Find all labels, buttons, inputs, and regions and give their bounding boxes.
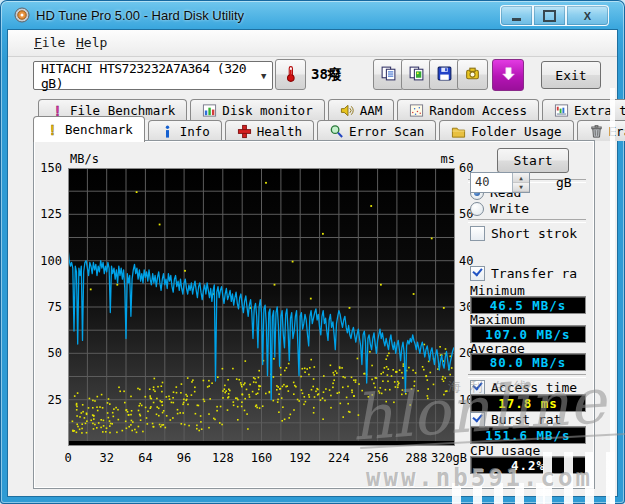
burst-rate-value: 151.6 MB/s xyxy=(470,426,586,444)
tab-disk-monitor[interactable]: Disk monitor xyxy=(190,99,324,120)
drive-select-value: HITACHI HTS723232A7A364 (320 gB) xyxy=(34,61,256,91)
burst-rate-row[interactable]: Burst rat xyxy=(470,412,561,427)
menu-help[interactable]: Help xyxy=(76,35,107,50)
maximize-button[interactable] xyxy=(533,5,566,26)
exit-button[interactable]: Exit xyxy=(541,61,601,89)
aam-icon xyxy=(340,103,355,118)
transfer-rate-checkbox[interactable] xyxy=(470,266,485,281)
maximize-icon xyxy=(543,10,556,22)
benchmark-chart xyxy=(68,168,455,446)
short-stroke-spinner[interactable]: 40 ▲ ▼ xyxy=(470,172,530,193)
access-time-row[interactable]: Access time xyxy=(470,380,577,395)
save-icon xyxy=(436,65,453,85)
x-tick: 32 xyxy=(85,451,129,465)
minimize-icon xyxy=(512,18,521,21)
spinner-up-button[interactable]: ▲ xyxy=(513,173,529,183)
update-button[interactable] xyxy=(492,59,524,91)
thermometer-icon xyxy=(282,65,299,85)
x-tick: 256 xyxy=(356,451,400,465)
x-tick: 192 xyxy=(278,451,322,465)
download-arrow-icon xyxy=(500,65,517,85)
short-stroke-checkbox[interactable] xyxy=(470,226,485,241)
start-button[interactable]: Start xyxy=(497,148,569,173)
short-stroke-value: 40 xyxy=(471,173,512,192)
close-button[interactable]: X xyxy=(566,5,609,26)
short-stroke-row[interactable]: Short strok xyxy=(470,226,577,241)
y-left-tick: 50 xyxy=(34,346,62,360)
tab-info[interactable]: Info xyxy=(148,120,222,141)
burst-rate-label: Burst rat xyxy=(491,412,561,427)
copy-image-icon xyxy=(408,65,425,85)
tab-error-scan[interactable]: Error Scan xyxy=(317,120,436,141)
transfer-rate-label: Transfer ra xyxy=(491,266,577,281)
x-tick: 96 xyxy=(162,451,206,465)
access-time-label: Access time xyxy=(491,380,577,395)
hd-tune-window: HD Tune Pro 5.00 - Hard Disk Utility X F… xyxy=(0,0,625,504)
erase-icon xyxy=(589,124,604,139)
write-radio-row[interactable]: Write xyxy=(470,201,529,216)
title-bar[interactable]: HD Tune Pro 5.00 - Hard Disk Utility X xyxy=(0,0,625,30)
temperature-button[interactable] xyxy=(275,59,306,90)
access-time-checkbox[interactable] xyxy=(470,380,485,395)
temperature-value: 38癈 xyxy=(311,66,342,84)
separator xyxy=(468,374,586,378)
tab-label: Erase xyxy=(609,124,625,139)
spinner-down-button[interactable]: ▼ xyxy=(513,183,529,193)
drive-select-dropdown[interactable]: HITACHI HTS723232A7A364 (320 gB) ▼ xyxy=(33,61,273,90)
app-icon xyxy=(14,7,30,23)
minimize-button[interactable] xyxy=(500,5,533,26)
x-tick: 128 xyxy=(201,451,245,465)
copy-text-icon xyxy=(380,65,397,85)
y-left-tick: 150 xyxy=(34,161,62,175)
write-radio-label: Write xyxy=(490,201,529,216)
cpu-usage-value: 4.2% xyxy=(470,456,586,474)
info-icon xyxy=(160,124,175,139)
error-scan-icon xyxy=(329,124,344,139)
tab-erase[interactable]: Erase xyxy=(577,120,625,141)
window-title: HD Tune Pro 5.00 - Hard Disk Utility xyxy=(36,8,244,23)
x-tick: 320gB xyxy=(427,451,471,465)
start-button-label: Start xyxy=(513,153,552,168)
burst-rate-checkbox[interactable] xyxy=(470,412,485,427)
tab-label: Disk monitor xyxy=(222,103,312,118)
tab-benchmark[interactable]: !Benchmark xyxy=(33,116,145,142)
tab-row-primary: !BenchmarkInfoHealthError ScanFolder Usa… xyxy=(33,120,625,141)
tab-extra-tests[interactable]: Extra tests xyxy=(542,99,625,120)
disk-monitor-icon xyxy=(202,103,217,118)
menu-file[interactable]: File xyxy=(34,35,65,50)
tab-label: Benchmark xyxy=(65,122,133,137)
save-button[interactable] xyxy=(429,59,460,90)
spinner-buttons: ▲ ▼ xyxy=(512,173,529,192)
short-stroke-label: Short strok xyxy=(491,226,577,241)
chevron-down-icon: ▼ xyxy=(256,71,272,81)
tab-health[interactable]: Health xyxy=(225,120,314,141)
transfer-rate-row[interactable]: Transfer ra xyxy=(470,266,577,281)
write-radio[interactable] xyxy=(470,202,484,216)
tab-aam[interactable]: AAM xyxy=(328,99,395,120)
x-tick: 160 xyxy=(240,451,284,465)
tab-random-access[interactable]: Random Access xyxy=(397,99,539,120)
random-access-icon xyxy=(409,103,424,118)
x-tick: 224 xyxy=(317,451,361,465)
copy-text-button[interactable] xyxy=(373,59,404,90)
copy-image-button[interactable] xyxy=(401,59,432,90)
svg-text:!: ! xyxy=(48,122,56,137)
folder-usage-icon xyxy=(451,124,466,139)
tab-label: AAM xyxy=(360,103,383,118)
y-axis-right-label: ms xyxy=(436,152,455,166)
y-left-tick: 100 xyxy=(34,254,62,268)
exit-button-label: Exit xyxy=(555,68,586,83)
capture-button[interactable] xyxy=(457,59,488,90)
separator xyxy=(468,219,586,223)
tab-label: Extra tests xyxy=(574,103,625,118)
x-tick: 64 xyxy=(123,451,167,465)
caption-buttons: X xyxy=(500,5,609,24)
average-value: 80.0 MB/s xyxy=(470,353,586,371)
extra-tests-icon xyxy=(554,103,569,118)
health-icon xyxy=(237,124,252,139)
tab-label: Random Access xyxy=(429,103,527,118)
close-icon: X xyxy=(584,10,591,22)
tab-folder-usage[interactable]: Folder Usage xyxy=(439,120,573,141)
x-tick: 0 xyxy=(46,451,90,465)
short-stroke-unit-label: gB xyxy=(556,175,572,190)
